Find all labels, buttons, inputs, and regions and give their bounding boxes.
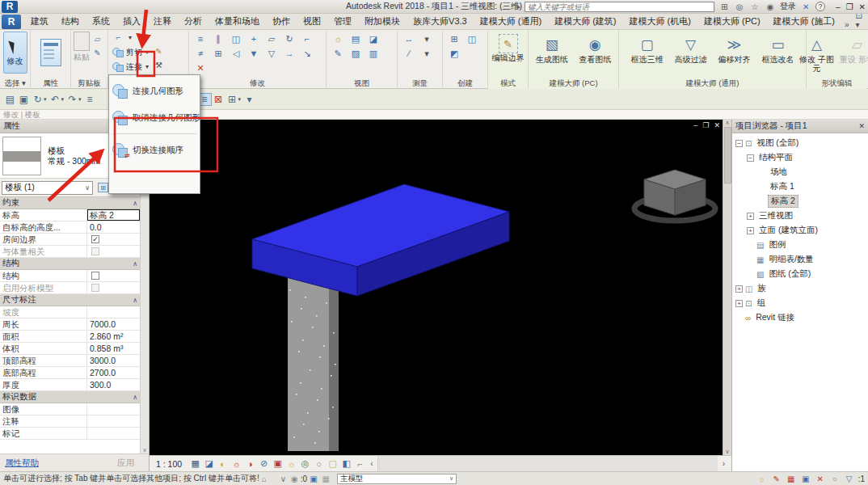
checkbox-on[interactable]: ✓ bbox=[91, 235, 99, 243]
view-close-icon[interactable]: ✕ bbox=[714, 121, 720, 129]
worksharing-display-icon[interactable]: ○ bbox=[312, 458, 326, 470]
worksets-dialog-icon[interactable]: ▣ bbox=[310, 474, 317, 483]
create-group-icon[interactable]: ⊞ bbox=[445, 32, 463, 46]
collapse-icon[interactable]: ∧ bbox=[133, 394, 137, 401]
tab-附加模块[interactable]: 附加模块 bbox=[358, 14, 407, 29]
cope-icon[interactable]: ⌐ bbox=[112, 32, 124, 44]
tab-协作[interactable]: 协作 bbox=[266, 14, 297, 29]
view-scroll-down-icon[interactable]: ∨ bbox=[725, 449, 729, 455]
tab-建筑[interactable]: 建筑 bbox=[24, 14, 55, 29]
exchange-icon[interactable]: ✕ bbox=[800, 2, 811, 11]
view-vertical-scrollbar[interactable]: ∧ ∨ bbox=[723, 120, 731, 455]
tree-item-族[interactable]: +◫族 bbox=[732, 281, 868, 296]
signin-person-icon[interactable]: ◉ bbox=[765, 2, 776, 11]
collapse-icon[interactable]: ∧ bbox=[133, 260, 137, 268]
redo-icon[interactable]: ↷ bbox=[65, 93, 79, 106]
advanced-filter-button[interactable]: ▽高级过滤 bbox=[670, 32, 712, 77]
cut-profile-icon[interactable]: ◪ bbox=[364, 32, 382, 46]
temporary-view-properties-icon[interactable]: ▢ bbox=[326, 458, 339, 470]
tree-item-明细表/数量[interactable]: ▦明细表/数量 bbox=[732, 252, 868, 267]
tab-overflow-icon[interactable]: » bbox=[841, 20, 853, 29]
tab-结构[interactable]: 结构 bbox=[55, 14, 86, 29]
tab-分析[interactable]: 分析 bbox=[178, 14, 209, 29]
scale-control-icon[interactable]: ▦ bbox=[188, 458, 202, 470]
reveal-hidden-elements-icon[interactable]: ☼ bbox=[284, 458, 298, 470]
remove-hidden-lines-icon[interactable]: ▤ bbox=[347, 32, 364, 46]
view-scroll-up-icon[interactable]: ∧ bbox=[725, 120, 729, 126]
tree-item-Revit 链接[interactable]: ∞Revit 链接 bbox=[732, 310, 868, 325]
switch-windows-dropdown-icon[interactable]: ▾ bbox=[238, 96, 242, 103]
property-value[interactable]: 3000.0 bbox=[87, 355, 140, 366]
tab-建模大师 (施工)[interactable]: 建模大师 (施工) bbox=[767, 14, 841, 29]
align-icon[interactable]: ≡ bbox=[192, 32, 209, 46]
exclude-options-icon[interactable]: ✕ bbox=[815, 474, 826, 484]
join-button[interactable]: 连接 ▾ bbox=[111, 60, 151, 74]
visual-style-icon[interactable]: ◐ bbox=[216, 458, 230, 470]
paste-button[interactable]: 粘贴 bbox=[74, 32, 90, 63]
open-icon[interactable]: ▤ bbox=[3, 93, 17, 106]
property-value[interactable] bbox=[87, 428, 140, 439]
tab-族库大师V3.3[interactable]: 族库大师V3.3 bbox=[407, 14, 474, 29]
tree-item-图例[interactable]: ▤图例 bbox=[732, 238, 868, 252]
worksets-icon[interactable]: ▦ bbox=[786, 474, 797, 484]
join-geometry-item[interactable]: 连接几何图形 bbox=[109, 78, 200, 104]
tree-item-三维视图[interactable]: +三维视图 bbox=[732, 209, 868, 223]
cope-dropdown-icon[interactable]: ▾ bbox=[128, 34, 133, 41]
property-value[interactable] bbox=[87, 306, 140, 318]
unpin-icon[interactable]: ▽ bbox=[263, 46, 280, 61]
editable-only-icon[interactable]: ☼ bbox=[756, 474, 768, 484]
tab-体量和场地[interactable]: 体量和场地 bbox=[209, 14, 266, 29]
tab-建模大师 (建筑)[interactable]: 建模大师 (建筑) bbox=[548, 14, 622, 29]
collapse-icon[interactable]: − bbox=[747, 154, 754, 162]
copy-icon[interactable]: ▱ bbox=[263, 32, 280, 46]
sync-icon[interactable]: ↻ bbox=[31, 93, 44, 106]
active-design-option-select[interactable]: 主模型 ∨ bbox=[337, 474, 457, 484]
join-dropdown-icon[interactable]: ▾ bbox=[145, 63, 150, 70]
move-icon[interactable]: + bbox=[245, 32, 263, 46]
modify-button[interactable]: 修改 bbox=[3, 32, 27, 74]
property-value[interactable] bbox=[87, 246, 140, 257]
extend-icon[interactable]: → bbox=[280, 46, 298, 61]
tree-item-视图 (全部)[interactable]: −⊡视图 (全部) bbox=[732, 136, 868, 150]
show-hidden-lines-icon[interactable]: ☼ bbox=[329, 32, 347, 46]
property-value[interactable]: 300.0 bbox=[87, 379, 140, 390]
editing-requests-icon[interactable]: ✎ bbox=[771, 474, 782, 484]
scroll-right-icon[interactable]: › bbox=[723, 459, 725, 468]
restore-button[interactable]: ❐ bbox=[846, 2, 853, 11]
switch-windows-icon[interactable]: ⊞ bbox=[225, 93, 239, 106]
design-option-dropdown-icon[interactable]: ∨ bbox=[449, 475, 453, 482]
box-rename-button[interactable]: ▭框选改名 bbox=[757, 32, 799, 77]
property-value[interactable] bbox=[87, 270, 140, 281]
view-scale[interactable]: 1 : 100 bbox=[156, 459, 182, 469]
select-panel-label[interactable]: 选择 ▾ bbox=[0, 78, 30, 89]
close-button[interactable]: ✕ bbox=[859, 2, 866, 11]
split-icon[interactable]: ≠ bbox=[192, 46, 209, 61]
section-header-标识数据[interactable]: 标识数据∧ bbox=[0, 391, 140, 403]
save-icon[interactable]: ▣ bbox=[17, 93, 31, 106]
measure-dropdown-icon[interactable]: ▾ bbox=[418, 32, 436, 46]
modify-sub-elements-button[interactable]: △修改 子图元 bbox=[798, 32, 836, 77]
switch-join-order-item[interactable]: ⇄切换连接顺序 bbox=[109, 137, 200, 163]
collapse-icon[interactable]: ∧ bbox=[133, 200, 137, 207]
crop-view-icon[interactable]: ⊘ bbox=[257, 458, 271, 470]
join-end-cut-icon[interactable]: ↘ bbox=[298, 46, 316, 61]
expand-icon[interactable]: + bbox=[747, 213, 754, 220]
crop-region-icon[interactable]: ▣ bbox=[271, 458, 284, 470]
tab-视图[interactable]: 视图 bbox=[297, 14, 327, 29]
property-value[interactable]: ✓ bbox=[87, 234, 140, 245]
checkbox-off[interactable] bbox=[91, 272, 99, 280]
analytical-model-icon[interactable]: ◧ bbox=[339, 458, 353, 470]
tree-item-图纸 (全部)[interactable]: ▧图纸 (全部) bbox=[732, 267, 868, 281]
tree-item-结构平面[interactable]: −结构平面 bbox=[732, 150, 868, 165]
create-assembly-icon[interactable]: ◫ bbox=[463, 32, 481, 46]
tree-item-标高 1[interactable]: 标高 1 bbox=[732, 179, 868, 194]
measure-between-refs-icon[interactable]: ↔ bbox=[400, 32, 418, 46]
editable-worksets-icon[interactable]: ◉ bbox=[291, 474, 298, 483]
collapse-icon[interactable]: − bbox=[735, 140, 743, 147]
property-value[interactable] bbox=[87, 415, 140, 427]
demolish-hammer-icon[interactable]: ⚒ bbox=[153, 59, 165, 70]
aligned-dimension-icon[interactable]: ∕ bbox=[400, 46, 418, 61]
expand-icon[interactable]: + bbox=[747, 227, 754, 234]
property-value[interactable]: 标高 2 bbox=[87, 209, 140, 221]
tree-item-标高 2[interactable]: 标高 2 bbox=[732, 194, 868, 209]
